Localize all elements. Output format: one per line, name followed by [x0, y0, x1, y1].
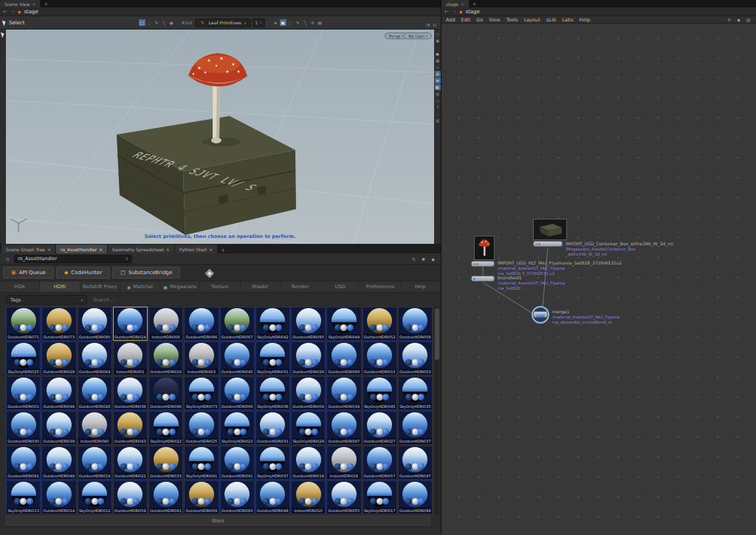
close-tab-icon[interactable]: × [166, 247, 170, 252]
camera-dropdown[interactable]: No Cam ▾ [404, 33, 432, 39]
select-box-icon[interactable]: ▢ [139, 19, 145, 26]
app-tab-codehunter[interactable]: ◆CodeHunter [56, 267, 110, 279]
select-lasso-icon[interactable]: ◌ [146, 19, 153, 26]
node-flag-icon[interactable] [473, 263, 475, 265]
hdri-thumbnail[interactable]: IndoorHDRI040 [78, 411, 112, 445]
hdri-thumbnail[interactable]: OutdoorHDRI034 [326, 376, 361, 410]
hdri-thumbnail[interactable]: OutdoorHDRI061 [148, 480, 183, 514]
hdri-thumbnail[interactable]: OutdoorHDRI096 [148, 376, 183, 410]
hdri-thumbnail[interactable]: SkyOnlyHDRI022 [148, 411, 183, 445]
node-flag-icon[interactable] [473, 278, 475, 280]
app-tab-api-queue[interactable]: ▣API Queue [3, 267, 54, 279]
lasso-icon[interactable]: ◌ [287, 19, 294, 26]
hdri-thumbnail[interactable]: OutdoorHDRI045 [220, 341, 255, 375]
normals-icon[interactable]: ⇑ [435, 104, 441, 110]
hdri-thumbnail[interactable]: OutdoorHDRI004 [291, 376, 326, 410]
menu-help[interactable]: Help [580, 17, 591, 23]
pin-icon[interactable]: ◆ [735, 16, 742, 23]
arrow-icon[interactable]: ➤ [272, 19, 279, 26]
hdri-thumbnail[interactable]: OutdoorHDRI029 [291, 341, 326, 375]
menu-labs[interactable]: Labs [562, 17, 573, 23]
hdri-thumbnail[interactable]: OutdoorHDRI057 [362, 446, 397, 480]
hdri-thumbnail[interactable]: OutdoorHDRI025 [184, 411, 219, 445]
hdri-thumbnail[interactable]: OutdoorHDRI039 [41, 411, 76, 445]
panel-icon[interactable]: ▥ [745, 16, 752, 23]
hdri-thumbnail[interactable]: OutdoorHDRI006 [220, 376, 255, 410]
hdri-thumbnail[interactable]: OutdoorHDRI037 [398, 411, 433, 445]
hdri-thumbnail[interactable]: SkyOnlyHDRI031 [255, 341, 290, 375]
select-laser-icon[interactable]: ╲ [161, 19, 168, 26]
hdri-thumbnail[interactable]: SkyOnlyHDRI035 [398, 376, 433, 410]
folder-icon[interactable]: ▤ [317, 19, 323, 26]
hdri-thumbnail[interactable]: SkyOnlyHDRI017 [362, 480, 397, 514]
pane-tab-python-shell[interactable]: Python Shell× [175, 245, 218, 253]
hdri-thumbnail[interactable]: SkyOnlyHDRI037 [255, 446, 290, 480]
hdri-thumbnail[interactable]: OutdoorHDRI030 [6, 411, 41, 445]
close-tab-icon[interactable]: × [32, 1, 35, 7]
search-input[interactable] [93, 295, 226, 304]
select-visible-icon[interactable]: ◉ [168, 19, 175, 26]
hdri-thumbnail[interactable]: OutdoorHDRI028 [41, 341, 76, 375]
pane-tab-geometry-spreadsheet[interactable]: Geometry Spreadsheet× [108, 245, 175, 253]
node-selector[interactable]: ro_AssetHandler ⇕ [14, 255, 132, 263]
menu-tools[interactable]: Tools [506, 17, 518, 23]
viewport-3d[interactable]: REPHTR 4 SJVT LV/ S [6, 30, 434, 244]
hdri-thumbnail[interactable]: OutdoorHDRI016 [148, 341, 183, 375]
hdri-thumbnail[interactable]: OutdoorHDRI097 [326, 411, 361, 445]
hdri-thumbnail[interactable]: SkyOnlyHDRI042 [255, 307, 290, 341]
hdri-thumbnail[interactable]: SkyOnlyHDRI044 [326, 307, 361, 341]
hdri-thumbnail[interactable]: IndoorHDRI018 [326, 446, 361, 480]
back-arrow-icon[interactable]: ← [3, 9, 7, 15]
network-graph[interactable]: IMPORT_USD_Container_Box_withe34b_W_3d_m… [441, 24, 756, 535]
hdri-thumbnail[interactable]: OutdoorHDRI027 [362, 411, 397, 445]
grid-scrollbar[interactable] [435, 307, 439, 514]
hdri-thumbnail[interactable]: OutdoorHDRI026 [78, 376, 112, 410]
back-arrow-icon[interactable]: ← [444, 9, 449, 15]
hdri-thumbnail[interactable]: OutdoorHDRI047 [398, 446, 433, 480]
lock-icon[interactable]: ◻ [435, 31, 441, 37]
refresh-icon[interactable]: ↻ [410, 256, 417, 262]
hdri-thumbnail[interactable]: SkyOnlyHDRI041 [184, 446, 219, 480]
close-tab-icon[interactable]: × [461, 1, 464, 7]
add-tab-button[interactable]: + [470, 1, 480, 7]
panel-icon[interactable]: ▥ [435, 117, 441, 123]
hdri-thumbnail[interactable]: OutdoorHDRI031 [255, 411, 290, 445]
hdri-thumbnail[interactable]: OutdoorHDRI046 [41, 376, 76, 410]
hdri-thumbnail[interactable]: SkyOnlyHDRI012 [78, 480, 112, 514]
hdri-thumbnail[interactable]: IndoorHDRI010 [291, 480, 326, 514]
category-shader[interactable]: Shader [241, 282, 281, 292]
breadcrumb[interactable]: stage [24, 9, 38, 15]
hdri-thumbnail[interactable]: OutdoorHDRI018 [291, 446, 326, 480]
forward-arrow-icon[interactable]: → [452, 9, 456, 15]
forward-arrow-icon[interactable]: → [10, 9, 15, 15]
hdri-thumbnail[interactable]: OutdoorHDRI053 [398, 341, 433, 375]
breadcrumb[interactable]: stage [465, 9, 479, 15]
mushroom-node-thumbnail[interactable] [474, 236, 495, 260]
hdri-thumbnail[interactable]: OutdoorHDRI091 [220, 446, 255, 480]
brandtest-node[interactable] [471, 276, 495, 282]
menu-edit[interactable]: Edit [461, 17, 471, 23]
gear-icon[interactable]: ✱ [420, 256, 427, 262]
render-icon[interactable]: ● [435, 51, 441, 57]
add-pane-tab-button[interactable]: + [218, 248, 228, 253]
hdri-thumbnail[interactable]: OutdoorHDRI014 [41, 480, 76, 514]
grid-icon[interactable]: ▦ [435, 58, 441, 64]
hdri-thumbnail[interactable]: SkyOnlyHDRI036 [255, 376, 290, 410]
hdri-thumbnail[interactable]: SkyOnlyHDRI023 [220, 411, 255, 445]
node-flag-icon[interactable] [535, 243, 537, 245]
category-redshift-proxy[interactable]: Redshift Proxy [80, 282, 120, 292]
hdri-thumbnail[interactable]: SkyOnlyHDRI073 [184, 376, 219, 410]
category-material[interactable]: ◉Material [120, 282, 160, 292]
category-render[interactable]: Render [281, 282, 320, 292]
menu-qlib[interactable]: qLib [546, 17, 557, 23]
hdri-thumbnail[interactable]: IndoorHDRI006 [148, 307, 183, 341]
crate-node-thumbnail[interactable] [533, 219, 567, 240]
wire-icon[interactable]: ≡ [435, 78, 441, 84]
hdri-thumbnail[interactable]: OutdoorHDRI015 [362, 341, 397, 375]
node-display-icon[interactable] [476, 263, 478, 265]
pane-tab-scene-graph-tree[interactable]: Scene Graph Tree× [1, 245, 56, 253]
box-select-icon[interactable]: ▣ [280, 19, 286, 26]
pen-icon[interactable]: ✎ [295, 19, 301, 26]
hdri-thumbnail[interactable]: SkyOnlyHDRI013 [6, 480, 41, 514]
chain-icon[interactable]: ⊙ [4, 256, 11, 262]
